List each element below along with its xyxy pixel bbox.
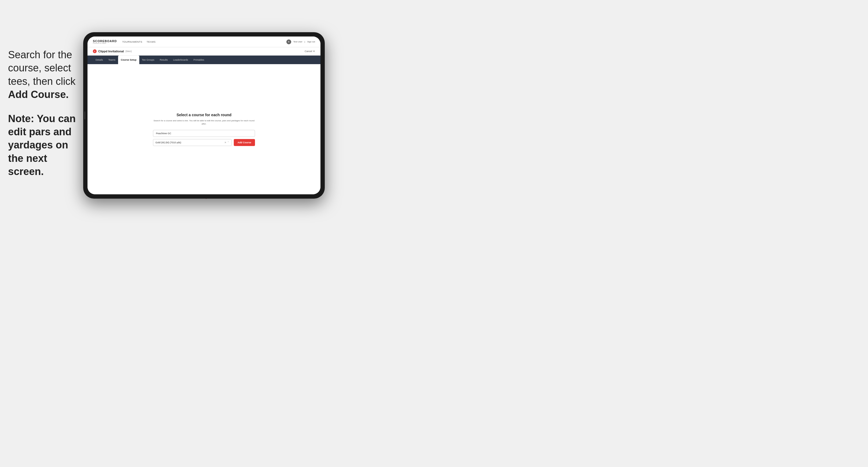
section-description: Search for a course and select a tee. Yo… [153, 119, 255, 126]
annotation-line2: Note: You can edit pars and yardages on … [8, 112, 83, 179]
logo-sub: Powered by clippd [93, 42, 117, 44]
tablet-screen: SCOREBOARD Powered by clippd TOURNAMENTS… [88, 36, 320, 194]
tournament-header: C Clippd Invitational (Men) Cancel ✕ [88, 47, 320, 56]
tab-results[interactable]: Results [157, 56, 170, 64]
nav-teams[interactable]: TEAMS [147, 40, 156, 43]
tee-chevron-icon[interactable]: ⌃ [227, 141, 229, 144]
course-search-input[interactable] [153, 130, 255, 137]
course-section: Select a course for each round Search fo… [153, 113, 255, 146]
tee-select-wrapper[interactable]: Gold (M) (M) (7010 yds) ✕ ⌃ [153, 139, 231, 146]
tournament-icon: C [93, 50, 97, 53]
tee-clear-icon[interactable]: ✕ [224, 141, 226, 144]
tab-tee-groups[interactable]: Tee Groups [139, 56, 157, 64]
nav-links: TOURNAMENTS TEAMS [122, 40, 155, 43]
cancel-label: Cancel [305, 50, 312, 53]
add-course-button[interactable]: Add Course [234, 139, 255, 146]
main-content: Select a course for each round Search fo… [88, 64, 320, 194]
section-title: Select a course for each round [153, 113, 255, 117]
nav-tournaments[interactable]: TOURNAMENTS [122, 40, 142, 43]
tab-nav: Details Teams Course Setup Tee Groups Re… [88, 56, 320, 64]
tablet-shell: SCOREBOARD Powered by clippd TOURNAMENTS… [83, 32, 325, 198]
tab-printables[interactable]: Printables [191, 56, 207, 64]
user-name: Test User [293, 40, 303, 43]
user-avatar: B [286, 39, 291, 44]
user-initial: B [288, 40, 289, 43]
tablet-side-button [84, 112, 85, 119]
tab-leaderboards[interactable]: Leaderboards [170, 56, 191, 64]
tee-selector-row: Gold (M) (M) (7010 yds) ✕ ⌃ Add Course [153, 139, 255, 146]
separator: | [305, 40, 305, 43]
nav-right: B Test User | Sign out [286, 39, 315, 44]
logo-area: SCOREBOARD Powered by clippd [93, 39, 117, 44]
nav-left: SCOREBOARD Powered by clippd TOURNAMENTS… [93, 39, 156, 44]
tournament-title-area: C Clippd Invitational (Men) [93, 50, 132, 53]
top-nav: SCOREBOARD Powered by clippd TOURNAMENTS… [88, 36, 320, 47]
tab-course-setup[interactable]: Course Setup [118, 56, 139, 64]
tournament-type: (Men) [125, 50, 132, 53]
tab-details[interactable]: Details [93, 56, 106, 64]
sign-out-link[interactable]: Sign out [307, 40, 315, 43]
tournament-name: Clippd Invitational [98, 50, 124, 53]
tab-teams[interactable]: Teams [106, 56, 118, 64]
cancel-icon: ✕ [313, 50, 315, 53]
tee-select-value: Gold (M) (M) (7010 yds) [155, 141, 181, 144]
cancel-button[interactable]: Cancel ✕ [305, 50, 315, 53]
tee-select-controls: ✕ ⌃ [224, 141, 229, 144]
left-annotation: Search for the course, select tees, then… [8, 48, 83, 189]
annotation-bold: Add Course. [8, 89, 69, 100]
annotation-line1: Search for the course, select tees, then… [8, 48, 83, 101]
